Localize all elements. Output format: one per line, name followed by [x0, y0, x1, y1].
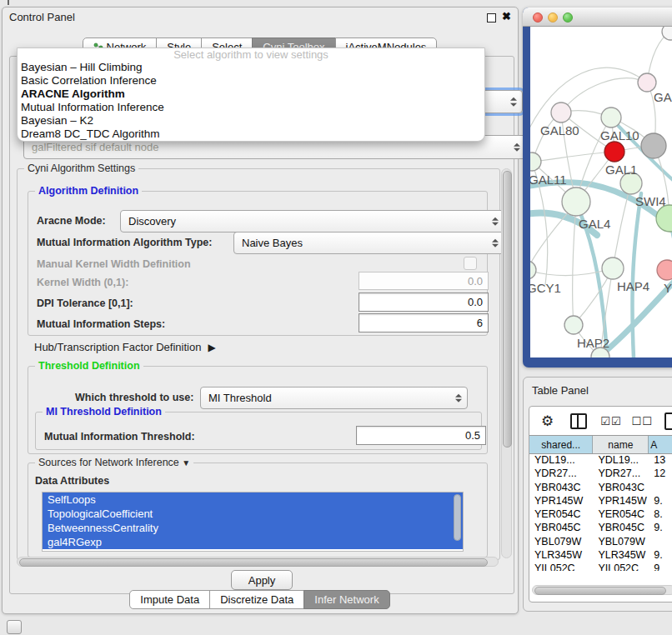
table-cell: YBR043C	[593, 482, 649, 495]
column-header-partial[interactable]: A	[649, 436, 672, 453]
columns-icon[interactable]	[570, 413, 587, 429]
algorithm-option[interactable]: Bayesian – K2	[18, 114, 484, 128]
network-node-label: GAL80	[540, 123, 579, 138]
restore-icon[interactable]	[487, 13, 496, 22]
deselect-all-icon[interactable]: ☐☐	[632, 415, 653, 428]
mac-close-button[interactable]	[533, 12, 543, 22]
mi-threshold-label: Mutual Information Threshold:	[44, 431, 195, 442]
new-table-icon[interactable]	[664, 412, 672, 430]
combo-arrows-icon	[492, 238, 499, 248]
expand-down-icon: ▼	[182, 458, 190, 468]
which-threshold-combo[interactable]: MI Threshold	[200, 387, 468, 409]
scrollbar-thumb[interactable]	[19, 558, 488, 567]
dpi-tolerance-label: DPI Tolerance [0,1]:	[37, 298, 133, 309]
network-node[interactable]	[656, 205, 672, 232]
network-node[interactable]	[601, 108, 621, 128]
cyni-algorithm-settings-group: Cyni Algorithm Settings Algorithm Defini…	[17, 168, 500, 560]
algorithm-option[interactable]: ARACNE Algorithm	[18, 88, 484, 101]
network-node-label: GAL1	[605, 162, 637, 177]
column-header-name[interactable]: name	[593, 436, 649, 453]
expand-right-icon: ▶	[208, 342, 215, 353]
network-node[interactable]	[657, 260, 672, 280]
which-threshold-value: MI Threshold	[208, 392, 272, 404]
hub-definition-label: Hub/Transcription Factor Definition	[34, 341, 201, 353]
data-attributes-list[interactable]: SelfLoopsTopologicalCoefficientBetweenne…	[42, 492, 464, 552]
algorithm-option[interactable]: Mutual Information Inference	[18, 101, 484, 114]
table-cell: 13	[649, 454, 672, 468]
mac-minimize-button[interactable]	[548, 12, 558, 22]
apply-button[interactable]: Apply	[231, 570, 293, 590]
algorithm-option[interactable]: Dream8 DC_TDC Algorithm	[18, 128, 484, 141]
table-row[interactable]: YIL052CYIL052C9	[529, 562, 672, 571]
algorithm-option[interactable]: Bayesian – Hill Climbing	[18, 61, 484, 74]
table-row[interactable]: YBL079WYBL079W	[529, 536, 672, 549]
network-node[interactable]	[551, 102, 571, 122]
network-node[interactable]	[641, 133, 666, 158]
mi-type-label: Mutual Information Algorithm Type:	[37, 237, 212, 248]
combo-arrows-icon	[492, 217, 499, 226]
mi-steps-field[interactable]: 6	[359, 313, 489, 332]
scrollbar-thumb[interactable]	[503, 171, 512, 448]
network-node-label: GAL	[654, 90, 672, 104]
settings-horizontal-scrollbar[interactable]	[17, 557, 499, 567]
network-window-titlebar[interactable]	[523, 8, 672, 27]
table-cell: YLR345W	[529, 549, 593, 562]
tab-infer-network[interactable]: Infer Network	[303, 590, 389, 609]
select-all-icon[interactable]: ☑☑	[600, 415, 621, 428]
tab-discretize-data[interactable]: Discretize Data	[209, 590, 304, 609]
table-row[interactable]: YLR345WYLR345W9.	[529, 549, 672, 562]
dpi-tolerance-field[interactable]: 0.0	[359, 292, 489, 312]
table-row[interactable]: YDL19...YDL19...13	[529, 454, 672, 468]
table-header-row: shared... name A	[529, 435, 672, 454]
settings-vertical-scrollbar[interactable]	[501, 168, 512, 558]
top-edge-mark	[8, 0, 9, 5]
list-scrollbar[interactable]	[454, 494, 461, 548]
table-row[interactable]: YBR043CYBR043C	[529, 482, 672, 495]
close-icon[interactable]: ✖	[502, 10, 511, 22]
table-row[interactable]: YBR045CYBR045C9.	[529, 522, 672, 535]
data-attribute-item[interactable]: SelfLoops	[43, 492, 463, 507]
network-edge[interactable]	[632, 193, 641, 358]
table-row[interactable]: YER054CYER054C8.	[529, 508, 672, 522]
network-node[interactable]	[564, 316, 583, 334]
table-horizontal-scrollbar[interactable]	[532, 585, 672, 595]
table-cell: YIL052C	[529, 562, 593, 571]
tab-impute-data[interactable]: Impute Data	[129, 590, 210, 609]
mi-type-value: Naive Bayes	[242, 237, 303, 249]
data-attribute-item[interactable]: gal4RGexp	[43, 535, 463, 549]
group-title: Threshold Definition	[35, 360, 143, 372]
aracne-mode-combo[interactable]: Discovery	[120, 210, 504, 232]
sources-title[interactable]: Sources for Network Inference ▼	[35, 457, 193, 468]
network-node-label: GCY1	[530, 281, 561, 295]
scrollbar-thumb[interactable]	[534, 587, 666, 595]
minimized-panel-icon[interactable]	[7, 620, 22, 634]
mi-steps-label: Mutual Information Steps:	[37, 318, 165, 330]
network-edge[interactable]	[532, 152, 614, 162]
network-node[interactable]	[562, 188, 590, 216]
algorithm-option[interactable]: Basic Correlation Inference	[18, 74, 484, 88]
network-canvas[interactable]: GALGAL80GAL10GAL1GAL11SWI4GAL4GCY1HAP4YH…	[530, 27, 672, 358]
network-edge[interactable]	[530, 268, 613, 276]
network-node[interactable]	[604, 142, 624, 162]
table-row[interactable]: YDR27...YDR27...12	[529, 468, 672, 481]
network-node[interactable]	[638, 73, 656, 92]
mi-threshold-definition-group: MI Threshold Definition Mutual Informati…	[35, 412, 482, 450]
mi-type-combo[interactable]: Naive Bayes	[233, 232, 504, 254]
gear-icon[interactable]: ⚙	[541, 412, 554, 430]
table-cell: 9	[649, 562, 672, 571]
kernel-width-field: 0.0	[359, 272, 489, 290]
column-header-shared-name[interactable]: shared...	[529, 436, 593, 453]
network-edge[interactable]	[561, 78, 647, 112]
table-row[interactable]: YPR145WYPR145W9.	[529, 495, 672, 508]
mi-threshold-field[interactable]: 0.5	[356, 426, 486, 445]
network-node[interactable]	[602, 258, 624, 279]
network-node[interactable]	[530, 261, 536, 279]
combo-arrows-icon	[514, 142, 520, 152]
hub-definition-expander[interactable]: Hub/Transcription Factor Definition▶	[34, 341, 216, 353]
data-attribute-item[interactable]: TopologicalCoefficient	[43, 507, 463, 521]
data-attribute-item[interactable]: BetweennessCentrality	[43, 521, 463, 535]
mac-zoom-button[interactable]	[563, 12, 573, 22]
table-cell: YDL19...	[593, 454, 649, 468]
tab-label: Impute Data	[140, 592, 199, 607]
scrollbar-thumb[interactable]	[454, 494, 461, 541]
